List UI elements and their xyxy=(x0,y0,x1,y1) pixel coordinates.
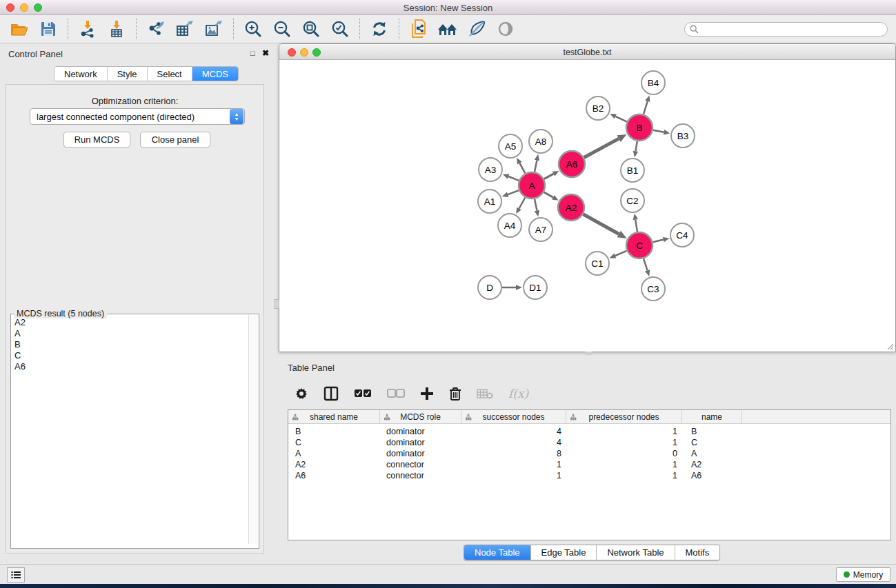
edge-C-C4[interactable] xyxy=(653,240,663,243)
import-table-button[interactable] xyxy=(106,19,128,39)
column-header-successor-nodes[interactable]: successor nodes xyxy=(461,410,566,423)
tab-motifs[interactable]: Motifs xyxy=(675,545,720,560)
table-cell[interactable]: B xyxy=(682,427,742,436)
table-cell[interactable]: A xyxy=(682,449,742,458)
table-cell[interactable]: A6 xyxy=(288,471,380,480)
table-cell[interactable]: 1 xyxy=(566,438,682,447)
gear-icon[interactable] xyxy=(295,387,308,401)
table-cell[interactable]: connector xyxy=(380,471,461,480)
show-task-history-button[interactable] xyxy=(7,567,25,582)
import-network-button[interactable] xyxy=(77,19,99,39)
add-column-icon[interactable] xyxy=(420,387,434,401)
network-canvas-svg[interactable]: B4B2BB3A5A8A6A3B1AA1C2A2A4A7C4CC1DD1C3 xyxy=(279,60,895,352)
table-cell[interactable]: A xyxy=(288,449,380,458)
open-file-button[interactable] xyxy=(8,19,30,39)
edge-A2-C[interactable] xyxy=(583,214,619,234)
mcds-result-item[interactable]: A2 xyxy=(11,317,248,328)
home-button[interactable] xyxy=(437,19,459,39)
table-row[interactable]: Bdominator41B xyxy=(288,426,890,437)
table-row[interactable]: Cdominator41C xyxy=(288,437,890,448)
table-cell[interactable]: 0 xyxy=(566,449,682,458)
table-cell[interactable]: 8 xyxy=(461,449,566,458)
column-header-MCDS-role[interactable]: MCDS role xyxy=(380,410,461,423)
table-cell[interactable]: 4 xyxy=(461,438,566,447)
tab-mcds[interactable]: MCDS xyxy=(192,67,238,81)
tab-select[interactable]: Select xyxy=(148,67,192,81)
edge-B-B4[interactable] xyxy=(644,101,648,114)
mcds-result-item[interactable]: B xyxy=(11,339,248,350)
function-builder-icon[interactable]: f(x) xyxy=(508,387,528,401)
edge-A-A5[interactable] xyxy=(519,163,525,174)
edge-C-C1[interactable] xyxy=(615,251,627,256)
edge-B-B2[interactable] xyxy=(615,116,627,122)
table-cell[interactable]: 1 xyxy=(566,471,682,480)
table-cell[interactable]: 1 xyxy=(461,460,566,469)
result-scrollbar[interactable] xyxy=(248,315,258,544)
edge-A-A6[interactable] xyxy=(544,174,554,179)
column-header-name[interactable]: name xyxy=(682,410,742,423)
save-session-button[interactable] xyxy=(37,19,59,39)
table-row[interactable]: Adominator80A xyxy=(288,448,890,459)
delete-icon[interactable] xyxy=(449,387,461,401)
table-row[interactable]: A2connector11A2 xyxy=(288,459,890,470)
table-cell[interactable]: A2 xyxy=(682,460,742,469)
bottom-scrollbar-stub[interactable] xyxy=(585,352,592,355)
mcds-result-item[interactable]: A6 xyxy=(11,361,248,372)
columns-icon[interactable] xyxy=(323,386,339,401)
close-panel-icon[interactable]: ✖ xyxy=(262,48,269,58)
tab-node-table[interactable]: Node Table xyxy=(464,545,531,560)
table-cell[interactable]: A6 xyxy=(682,471,742,480)
select-all-icon[interactable] xyxy=(354,389,372,398)
zoom-fit-button[interactable] xyxy=(300,19,322,39)
edge-B-B3[interactable] xyxy=(653,130,664,132)
deselect-all-icon[interactable] xyxy=(387,389,405,398)
table-cell[interactable]: A2 xyxy=(288,460,380,469)
zoom-out-button[interactable] xyxy=(271,19,293,39)
column-header-shared-name[interactable]: shared name xyxy=(288,410,380,423)
export-table-button[interactable] xyxy=(174,19,196,39)
table-cell[interactable]: 1 xyxy=(566,427,682,436)
zoom-in-button[interactable] xyxy=(242,19,264,39)
table-cell[interactable]: C xyxy=(682,438,742,447)
network-window-titlebar[interactable]: testGlobe.txt xyxy=(279,44,895,60)
table-cell[interactable]: dominator xyxy=(380,427,461,436)
table-cell[interactable]: connector xyxy=(380,460,461,469)
mcds-result-item[interactable]: C xyxy=(11,350,248,361)
tab-network[interactable]: Network xyxy=(54,67,108,81)
show-graphics-button[interactable] xyxy=(495,19,517,39)
edge-B-B1[interactable] xyxy=(635,141,637,152)
table-cell[interactable]: dominator xyxy=(380,438,461,447)
column-header-predecessor-nodes[interactable]: predecessor nodes xyxy=(566,410,682,423)
criterion-select[interactable]: largest connected component (directed) ▲… xyxy=(30,108,245,125)
edge-A6-B[interactable] xyxy=(584,139,619,157)
table-cell[interactable]: 1 xyxy=(566,460,682,469)
table-row[interactable]: A6connector11A6 xyxy=(288,470,890,481)
close-panel-button[interactable]: Close panel xyxy=(140,132,210,148)
edge-C-C3[interactable] xyxy=(644,258,647,270)
table-cell[interactable]: C xyxy=(288,438,380,447)
float-panel-icon[interactable]: □ xyxy=(250,49,255,57)
delete-table-icon[interactable] xyxy=(477,388,493,399)
zoom-selected-button[interactable] xyxy=(329,19,351,39)
tab-style[interactable]: Style xyxy=(108,67,148,81)
table-cell[interactable]: dominator xyxy=(380,449,461,458)
search-input[interactable] xyxy=(684,22,888,37)
run-mcds-button[interactable]: Run MCDS xyxy=(63,132,130,148)
tab-network-table[interactable]: Network Table xyxy=(597,545,675,560)
edge-A-A7[interactable] xyxy=(535,199,537,211)
tab-edge-table[interactable]: Edge Table xyxy=(531,545,597,560)
edge-A-A4[interactable] xyxy=(519,198,526,209)
table-cell[interactable]: 1 xyxy=(461,471,566,480)
edge-C-C2[interactable] xyxy=(635,220,637,232)
edge-A-A1[interactable] xyxy=(508,190,519,194)
edge-A-A2[interactable] xyxy=(544,192,552,198)
edge-A-A8[interactable] xyxy=(535,160,537,172)
export-network-button[interactable] xyxy=(145,19,167,39)
edge-A-A3[interactable] xyxy=(508,176,519,181)
memory-button[interactable]: Memory xyxy=(836,567,890,582)
left-scrollbar-stub[interactable] xyxy=(275,299,279,309)
table-cell[interactable]: 4 xyxy=(461,427,566,436)
export-image-button[interactable] xyxy=(203,19,225,39)
resize-grip-icon[interactable] xyxy=(886,342,894,350)
mcds-result-item[interactable]: A xyxy=(11,328,248,339)
